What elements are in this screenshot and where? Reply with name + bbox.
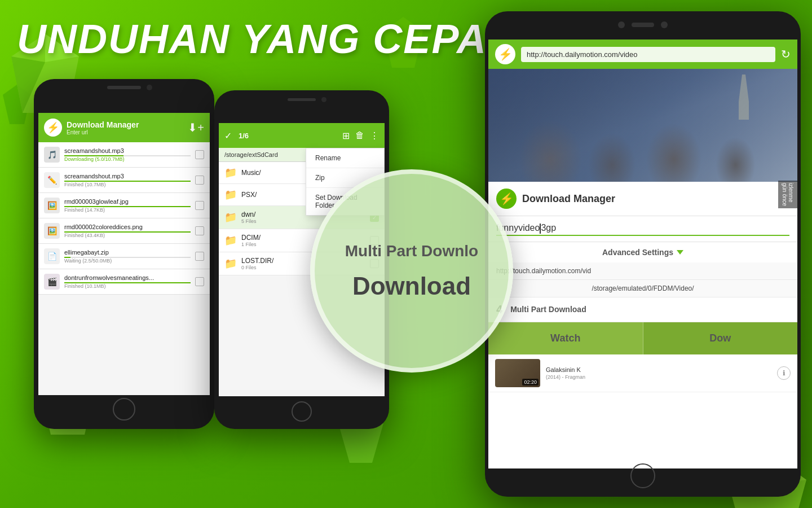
phone1-app-subtitle: Enter url [67,129,183,135]
item2-name: screamandshout.mp3 [64,173,191,179]
phone1-screen: ⚡ Download Manager Enter url ⬇+ 🎵 scream… [38,113,210,395]
dm-url-text: http://touch.dailymotion.com/vid [496,267,789,275]
item2-status: Finished (10.7MB) [64,182,191,187]
dm-advanced-settings[interactable]: Advanced Settings [488,242,797,262]
phone3-screen: ⚡ http://touch.dailymotion.com/video ↻ ⚡… [488,40,797,468]
check-icon[interactable]: ✓ [224,130,232,141]
item2-checkbox[interactable] [195,176,204,185]
info-button-1[interactable]: ℹ [777,366,791,380]
selection-count: 1/6 [239,132,336,140]
item3-icon: 🖼️ [44,198,60,213]
dm-title: Download Manager [522,193,615,205]
refresh-icon[interactable]: ↻ [781,47,791,61]
folder-icon-music: 📁 [224,167,237,179]
sidebar-views: izlenme [788,183,794,206]
dm-parts-label: Multi Part Download [510,305,586,314]
download-btn-text: Dow [709,332,731,344]
item1-name: screamandshout.mp3 [64,147,191,154]
item4-status: Finished (43.4KB) [64,233,191,238]
current-path: /storage/extSdCard [224,151,278,158]
toolbar-icons: ⊞ 🗑 ⋮ [342,130,379,141]
phone1-item-6[interactable]: 🎬 dontrunfromwolvesmaneatings... Finishe… [38,269,210,295]
phone3-speaker [632,23,654,27]
item4-name: rmd000002coloreddices.png [64,224,191,230]
item5-status: Waiting (2.5/50.0MB) [64,258,191,264]
dm-header: ⚡ Download Manager [488,182,797,216]
folder-icon-dwn: 📁 [224,211,237,224]
sidebar-time: gün önce [782,183,788,206]
browser-bar: ⚡ http://touch.dailymotion.com/video ↻ [488,40,797,69]
more-icon[interactable]: ⋮ [370,130,379,141]
video-list-item-1[interactable]: 02:20 Galaksinin K (2014) - Fragman ℹ [488,354,797,392]
item2-info: screamandshout.mp3 Finished (10.7MB) [64,173,191,187]
item5-info: ellimegabayt.zip Waiting (2.5/50.0MB) [64,249,191,264]
item5-name: ellimegabayt.zip [64,249,191,256]
video-title-1: Galaksinin K [546,366,771,373]
phone1-item-2[interactable]: ✏️ screamandshout.mp3 Finished (10.7MB) [38,168,210,193]
phone3: ⚡ http://touch.dailymotion.com/video ↻ ⚡… [485,11,801,497]
item6-status: Finished (10.1MB) [64,283,191,289]
phone2-toolbar: ✓ 1/6 ⊞ 🗑 ⋮ [219,123,385,148]
phone1-app-title: Download Manager [67,120,183,129]
phone1-header: ⚡ Download Manager Enter url ⬇+ [38,113,210,142]
phone1-item-1[interactable]: 🎵 screamandshout.mp3 Downloading (5.0/10… [38,142,210,168]
item3-info: rmd000003glowleaf.jpg Finished (14.7KB) [64,198,191,213]
dm-filename-input[interactable]: funnyvideo3gp [496,222,789,236]
dm-path-row: /storage/emulated/0/FDDM/Video/ [488,280,797,297]
video-duration-1: 02:20 [522,379,539,386]
phone2-home-btn[interactable] [292,401,312,422]
phone1-logo: ⚡ [44,119,62,137]
phone1-download-btn[interactable]: ⬇+ [188,121,204,134]
phone1-header-text: Download Manager Enter url [67,120,183,135]
item4-checkbox[interactable] [195,226,204,235]
dropdown-arrow-icon [677,250,683,255]
phone3-camera-area [618,21,668,28]
phone1-camera [147,85,152,90]
item1-info: screamandshout.mp3 Downloading (5.0/10.7… [64,147,191,162]
phone1-item-5[interactable]: 📄 ellimegabayt.zip Waiting (2.5/50.0MB) [38,244,210,269]
watch-button[interactable]: Watch [488,322,643,354]
phone3-video-area [488,69,797,182]
item4-info: rmd000002coloreddices.png Finished (43.4… [64,224,191,238]
grid-icon[interactable]: ⊞ [342,130,350,141]
folder-icon-dcim: 📁 [224,234,237,247]
video-thumbnail-1: 02:20 [495,359,540,387]
item1-checkbox[interactable] [195,150,204,159]
item5-checkbox[interactable] [195,252,204,261]
phone2-speaker [288,98,316,101]
item5-icon: 📄 [44,248,60,264]
phone3-home-btn[interactable] [630,463,655,488]
video-overlay [488,69,797,182]
magnifier-text2: Download [345,272,478,300]
advanced-settings-label: Advanced Settings [602,248,673,257]
item2-icon: ✏️ [44,172,60,188]
phone2-camera [321,97,326,102]
video-meta-1: (2014) - Fragman [546,374,771,380]
item6-info: dontrunfromwolvesmaneatings... Finished … [64,274,191,289]
dm-logo-icon: ⚡ [496,189,517,209]
browser-url[interactable]: http://touch.dailymotion.com/video [521,47,775,62]
context-rename[interactable]: Rename [306,148,384,168]
delete-icon[interactable]: 🗑 [355,130,364,141]
phone3-camera-dot2 [661,21,668,28]
phone1-item-3[interactable]: 🖼️ rmd000003glowleaf.jpg Finished (14.7K… [38,193,210,218]
dm-filename-row: funnyvideo3gp [488,216,797,242]
phone1-home-btn[interactable] [113,398,135,421]
magnifier-content: Multi Part Downlo Download [334,230,489,312]
phone1: ⚡ Download Manager Enter url ⬇+ 🎵 scream… [34,79,214,429]
dm-dialog: ⚡ Download Manager funnyvideo3gp Advance… [488,182,797,392]
folder-icon-psx: 📁 [224,189,237,201]
item6-icon: 🎬 [44,274,60,290]
item6-checkbox[interactable] [195,277,204,286]
video-info-1: Galaksinin K (2014) - Fragman [546,366,771,380]
item3-name: rmd000003glowleaf.jpg [64,198,191,205]
item1-icon: 🎵 [44,147,60,163]
item1-status: Downloading (5.0/10.7MB) [64,156,191,162]
phone1-item-4[interactable]: 🖼️ rmd000002coloreddices.png Finished (4… [38,218,210,244]
sidebar-label: izlenme gün önce [778,181,797,208]
item4-icon: 🖼️ [44,223,60,239]
item3-checkbox[interactable] [195,201,204,210]
download-button[interactable]: Dow [643,322,798,354]
dm-parts-row: 4 Multi Part Download [488,297,797,322]
magnifier-text1: Multi Part Downlo [345,242,478,261]
